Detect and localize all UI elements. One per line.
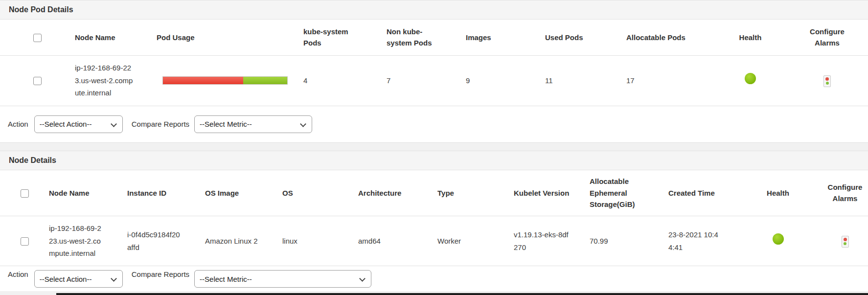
metric-select-wrap: --Select Metric-- (194, 115, 312, 133)
node-details-title: Node Details (0, 151, 868, 170)
header-row: Node Name Pod Usage kube-system Pods Non… (0, 20, 868, 55)
row-select-cell (0, 55, 75, 106)
col-header-created-time: Created Time (668, 170, 734, 216)
table-row: ip-192-168-69-223.us-west-2.compute.inte… (0, 55, 868, 106)
select-all-checkbox[interactable] (33, 34, 42, 42)
col-header-health: Health (734, 170, 822, 216)
bottom-dark-strip (56, 293, 868, 295)
row-select-cell (0, 216, 49, 266)
action-select-wrap: --Select Action-- (34, 115, 123, 133)
node-details-section: Node Details Node Name Instance ID OS Im… (0, 151, 868, 292)
compare-reports-label: Compare Reports (132, 120, 189, 128)
compare-reports-label: Compare Reports (132, 270, 189, 278)
alarm-green-dot (826, 82, 829, 85)
metric-select[interactable]: --Select Metric-- (195, 116, 312, 133)
node-pod-details-table: Node Name Pod Usage kube-system Pods Non… (0, 20, 868, 106)
images-cell: 9 (466, 55, 545, 106)
metric-select[interactable]: --Select Metric-- (195, 271, 371, 287)
page-bottom-area (0, 291, 868, 295)
action-select[interactable]: --Select Action-- (35, 116, 122, 133)
os-image-cell: Amazon Linux 2 (205, 216, 282, 266)
select-all-header-cell (0, 170, 49, 216)
select-all-header-cell (0, 20, 75, 55)
col-header-health: Health (714, 20, 786, 55)
node-pod-details-section: Node Pod Details Node Name Pod Usage kub… (0, 0, 868, 143)
configure-alarms-cell (786, 55, 868, 106)
node-details-action-bar: Action --Select Action-- Compare Reports… (0, 266, 868, 291)
col-header-kube-system-pods: kube-system Pods (303, 20, 387, 55)
health-green-icon (773, 233, 784, 245)
col-header-pod-usage: Pod Usage (157, 20, 303, 55)
action-label: Action (8, 120, 28, 128)
alarm-red-dot (844, 238, 847, 241)
pod-usage-cell (157, 55, 303, 106)
used-pods-cell: 11 (545, 55, 626, 106)
pod-usage-bar (162, 76, 288, 85)
col-header-images: Images (466, 20, 545, 55)
node-name-cell: ip-192-168-69-223.us-west-2.compute.inte… (75, 55, 157, 106)
os-cell: linux (282, 216, 358, 266)
table-row: ip-192-168-69-223.us-west-2.compute.inte… (0, 216, 868, 266)
metric-select-wrap: --Select Metric-- (194, 270, 371, 288)
health-cell (714, 55, 786, 106)
col-header-non-kube-system-pods: Non kube-system Pods (387, 20, 466, 55)
architecture-cell: amd64 (358, 216, 437, 266)
allocatable-ephemeral-storage-cell: 70.99 (590, 216, 668, 266)
col-header-os-image: OS Image (205, 170, 282, 216)
instance-id-cell: i-0f4d5c9184f20affd (127, 216, 205, 266)
kubelet-version-cell: v1.19.13-eks-8df270 (514, 216, 590, 266)
col-header-architecture: Architecture (358, 170, 437, 216)
kube-system-pods-cell: 4 (303, 55, 387, 106)
col-header-os: OS (282, 170, 358, 216)
node-name-cell: ip-192-168-69-223.us-west-2.compute.inte… (49, 216, 127, 266)
action-select-wrap: --Select Action-- (34, 270, 123, 288)
pod-usage-free-segment (243, 77, 287, 84)
configure-alarms-icon[interactable] (823, 75, 831, 87)
node-details-table: Node Name Instance ID OS Image OS Archit… (0, 170, 868, 267)
type-cell: Worker (437, 216, 514, 266)
col-header-configure-alarms: Configure Alarms (786, 20, 868, 55)
col-header-instance-id: Instance ID (127, 170, 205, 216)
col-header-configure-alarms: Configure Alarms (822, 170, 868, 216)
action-label: Action (8, 270, 28, 278)
row-checkbox[interactable] (21, 237, 29, 246)
alarm-red-dot (825, 77, 829, 81)
header-row: Node Name Instance ID OS Image OS Archit… (0, 170, 868, 216)
alarm-green-dot (844, 242, 846, 245)
row-checkbox[interactable] (33, 77, 42, 85)
col-header-kubelet-version: Kubelet Version (514, 170, 590, 216)
node-pod-details-title: Node Pod Details (0, 0, 868, 20)
col-header-allocatable-pods: Allocatable Pods (626, 20, 714, 55)
select-all-checkbox[interactable] (21, 189, 29, 198)
action-select[interactable]: --Select Action-- (35, 271, 122, 287)
col-header-node-name: Node Name (49, 170, 127, 216)
col-header-node-name: Node Name (75, 20, 157, 55)
non-kube-system-pods-cell: 7 (387, 55, 466, 106)
created-time-cell: 23-8-2021 10:44:41 (668, 216, 734, 266)
health-cell (734, 216, 822, 266)
configure-alarms-cell (822, 216, 868, 266)
col-header-allocatable-ephemeral-storage: Allocatable Ephemeral Storage(GiB) (590, 170, 668, 216)
node-pod-details-action-bar: Action --Select Action-- Compare Reports… (0, 106, 868, 143)
section-divider (0, 143, 868, 151)
health-green-icon (745, 73, 756, 84)
configure-alarms-icon[interactable] (842, 236, 849, 248)
allocatable-pods-cell: 17 (626, 55, 714, 106)
col-header-type: Type (437, 170, 514, 216)
col-header-used-pods: Used Pods (545, 20, 626, 55)
pod-usage-used-segment (163, 77, 243, 84)
